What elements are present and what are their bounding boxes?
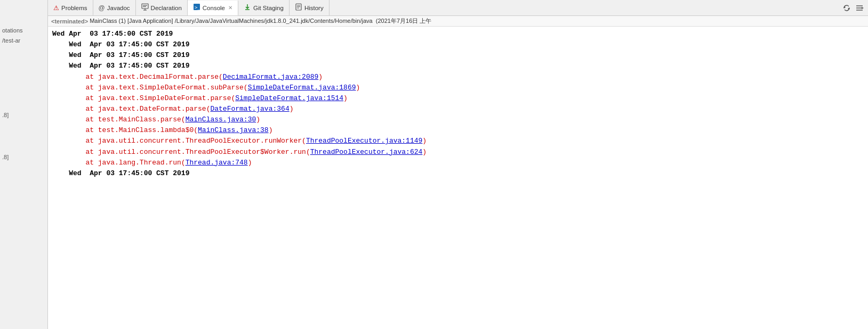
console-line-13: at java.lang.Thread.run(Thread.java:748) — [52, 158, 864, 168]
console-line-14: Wed Apr 03 17:45:00 CST 2019 — [52, 168, 864, 179]
link-threadpool-worker-run[interactable]: ThreadPoolExecutor.java:624 — [310, 148, 423, 156]
console-line-9: at test.MainClass.parse(MainClass.java:3… — [52, 114, 864, 125]
tab-git-staging-label: Git Staging — [253, 5, 284, 11]
console-line-5: at java.text.DecimalFormat.parse(Decimal… — [52, 72, 864, 83]
left-gutter: otations /test-ar .8] .8] — [0, 0, 48, 329]
javadoc-icon: @ — [99, 4, 105, 12]
console-line-7: at java.text.SimpleDateFormat.parse(Simp… — [52, 93, 864, 104]
console-line-1: Wed Apr 03 17:45:00 CST 2019 — [52, 29, 864, 39]
console-line-11: at java.util.concurrent.ThreadPoolExecut… — [52, 136, 864, 146]
tab-git-staging[interactable]: Git Staging — [238, 0, 290, 15]
tab-history-label: History — [304, 5, 324, 11]
history-icon — [295, 3, 302, 12]
svg-rect-0 — [142, 4, 148, 9]
console-line-4: Wed Apr 03 17:45:00 CST 2019 — [52, 61, 864, 71]
console-line-2: Wed Apr 03 17:45:00 CST 2019 — [52, 39, 864, 50]
gutter-label-2: /test-ar — [0, 36, 47, 46]
status-text: MainClass (1) [Java Application] /Librar… — [88, 17, 431, 25]
tab-problems[interactable]: ⚠ Problems — [48, 0, 93, 15]
link-threadpool-runworker[interactable]: ThreadPoolExecutor.java:1149 — [306, 137, 422, 145]
terminated-label: <terminated> — [51, 18, 88, 24]
console-line-3: Wed Apr 03 17:45:00 CST 2019 — [52, 50, 864, 61]
main-panel: ⚠ Problems @ Javadoc Declaration — [48, 0, 868, 329]
tab-console-close[interactable]: ✕ — [228, 5, 232, 11]
tab-console-label: Console — [203, 5, 225, 11]
gutter-label-3: .8] — [0, 110, 47, 120]
link-mainclass-parse[interactable]: MainClass.java:30 — [186, 116, 256, 124]
tab-declaration[interactable]: Declaration — [136, 0, 188, 15]
console-line-10: at test.MainClass.lambda$0(MainClass.jav… — [52, 125, 864, 136]
console-line-6: at java.text.SimpleDateFormat.subParse(S… — [52, 83, 864, 93]
link-simple-date-format-parse[interactable]: SimpleDateFormat.java:1514 — [235, 94, 343, 102]
link-decimal-format[interactable]: DecimalFormat.java:2089 — [223, 73, 318, 81]
link-thread-run[interactable]: Thread.java:748 — [186, 159, 248, 167]
link-mainclass-lambda[interactable]: MainClass.java:38 — [198, 126, 269, 134]
menu-button[interactable] — [854, 3, 865, 13]
tab-bar-actions — [841, 3, 868, 13]
svg-text:>_: >_ — [195, 5, 200, 10]
link-simple-date-format-subparse[interactable]: SimpleDateFormat.java:1869 — [248, 84, 356, 92]
tab-history[interactable]: History — [290, 0, 329, 15]
console-icon: >_ — [193, 3, 200, 12]
console-output[interactable]: Wed Apr 03 17:45:00 CST 2019 Wed Apr 03 … — [48, 27, 868, 329]
sync-button[interactable] — [841, 3, 852, 13]
console-line-12: at java.util.concurrent.ThreadPoolExecut… — [52, 147, 864, 158]
svg-marker-17 — [862, 7, 864, 9]
tab-console[interactable]: >_ Console ✕ — [188, 1, 238, 16]
declaration-icon — [141, 3, 149, 12]
git-staging-icon — [244, 3, 251, 12]
console-line-8: at java.text.DateFormat.parse(DateFormat… — [52, 104, 864, 114]
tab-problems-label: Problems — [61, 5, 87, 11]
link-date-format-parse[interactable]: DateFormat.java:364 — [210, 105, 289, 113]
gutter-label-4: .8] — [0, 152, 47, 162]
tab-javadoc[interactable]: @ Javadoc — [93, 0, 136, 15]
gutter-label-1: otations — [0, 26, 47, 36]
problems-icon: ⚠ — [53, 4, 59, 12]
status-bar: <terminated> MainClass (1) [Java Applica… — [48, 16, 868, 27]
tab-bar: ⚠ Problems @ Javadoc Declaration — [48, 0, 868, 16]
tab-javadoc-label: Javadoc — [107, 5, 130, 11]
tab-declaration-label: Declaration — [151, 5, 182, 11]
